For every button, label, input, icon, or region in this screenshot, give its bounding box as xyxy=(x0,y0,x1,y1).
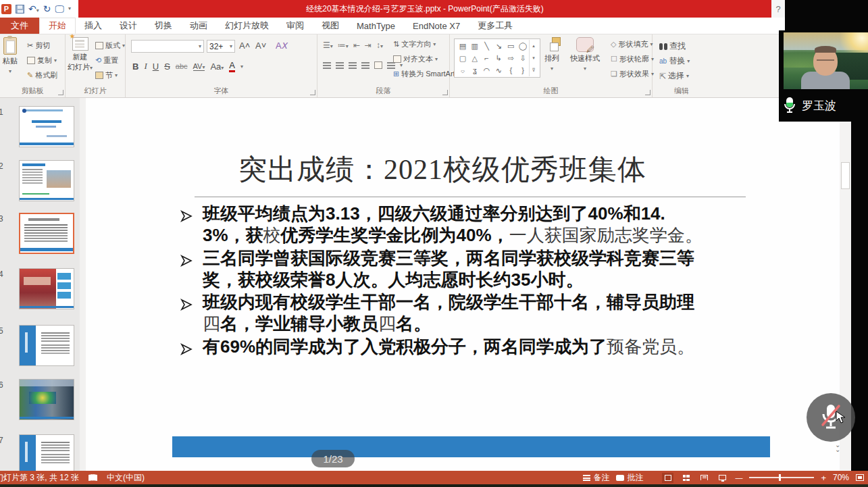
font-name-combo[interactable]: ▾ xyxy=(131,40,204,53)
zoom-slider[interactable] xyxy=(749,477,814,478)
shape-glyph-icon[interactable]: ▢ xyxy=(457,52,469,64)
columns-icon[interactable] xyxy=(374,61,382,69)
tab-EndNote X7[interactable]: EndNote X7 xyxy=(404,18,469,34)
change-case-button[interactable]: Aa▾ xyxy=(210,61,224,72)
slide-title[interactable]: 突出成绩：2021校级优秀班集体 xyxy=(238,151,646,188)
shape-glyph-icon[interactable]: ╲ xyxy=(481,40,493,52)
scrollbar-thumb[interactable] xyxy=(841,162,850,189)
select-button[interactable]: ⇱选择▾ xyxy=(659,70,689,82)
tab-设计[interactable]: 设计 xyxy=(111,18,146,34)
shape-glyph-icon[interactable]: ⇨ xyxy=(505,52,517,64)
shape-glyph-icon[interactable]: ▭ xyxy=(505,40,517,52)
align-text-button[interactable]: 对齐文本▾ xyxy=(393,54,438,64)
font-color-button[interactable]: A xyxy=(229,60,235,72)
shape-glyph-icon[interactable]: △ xyxy=(469,52,481,64)
underline-button[interactable]: U xyxy=(153,61,159,72)
help-button[interactable]: ? xyxy=(771,0,785,18)
section-button[interactable]: 节▾ xyxy=(95,70,118,80)
zoom-slider-handle[interactable] xyxy=(779,474,781,481)
shape-glyph-icon[interactable]: ◠ xyxy=(481,64,493,76)
increase-indent-button[interactable]: ⇥ xyxy=(365,41,372,50)
tab-MathType[interactable]: MathType xyxy=(348,18,404,34)
shapes-scroll[interactable]: ▴▾⊽ xyxy=(529,40,538,76)
customize-qat-dropdown-icon[interactable]: ▾ xyxy=(68,6,71,11)
tab-幻灯片放映[interactable]: 幻灯片放映 xyxy=(216,18,278,34)
arrange-button[interactable]: 排列▾ xyxy=(544,37,559,72)
shape-glyph-icon[interactable]: ⌐ xyxy=(481,52,493,64)
undo-icon[interactable]: ↶▾ xyxy=(28,4,39,14)
shapes-gallery[interactable]: ▤▥╲↘▭◯▢△⌐↳⇨⇩⌔ʓ◠∿{} ▴▾⊽ xyxy=(454,39,540,78)
redo-icon[interactable]: ↻ xyxy=(43,4,51,14)
slide-thumbnail-5[interactable] xyxy=(19,325,74,366)
cut-button[interactable]: ✂剪切 xyxy=(27,41,50,51)
slide-bullet-list[interactable]: 班级平均绩点为3.13，四级六级通过率分别达到了40%和14.3%，获校优秀学生… xyxy=(177,203,703,359)
clipboard-dialog-launcher[interactable] xyxy=(58,90,63,95)
mute-button[interactable] xyxy=(807,393,855,442)
format-painter-button[interactable]: ✎格式刷 xyxy=(27,70,57,80)
spell-check-icon[interactable] xyxy=(88,474,97,481)
slide-thumbnail-6[interactable] xyxy=(19,379,74,420)
clear-formatting-button[interactable]: A𝘟 xyxy=(276,41,287,51)
shape-glyph-icon[interactable]: } xyxy=(517,64,529,76)
line-spacing-button[interactable]: ↕▾ xyxy=(376,41,383,50)
copy-button[interactable]: 复制▾ xyxy=(27,55,57,66)
tab-开始[interactable]: 开始 xyxy=(39,18,76,34)
char-spacing-button[interactable]: AV▾ xyxy=(193,62,205,71)
strikethrough-button[interactable]: S xyxy=(164,61,170,72)
shape-glyph-icon[interactable]: ∿ xyxy=(493,64,505,76)
bold-button[interactable]: B xyxy=(132,61,138,72)
tab-动画[interactable]: 动画 xyxy=(181,18,216,34)
collapse-chevrons-icon[interactable]: ⌄⌄ xyxy=(835,442,840,452)
thumbnail-scrollbar[interactable] xyxy=(80,98,86,471)
slide-thumbnail-2[interactable] xyxy=(19,160,74,201)
grow-font-button[interactable]: A˄ xyxy=(239,41,250,51)
new-slide-button[interactable]: 新建幻灯片▾ xyxy=(68,37,93,72)
italic-button[interactable]: I xyxy=(144,61,147,72)
shape-glyph-icon[interactable]: ▤ xyxy=(457,40,469,52)
tab-切换[interactable]: 切换 xyxy=(146,18,181,34)
tab-文件[interactable]: 文件 xyxy=(0,18,39,34)
reading-view-button[interactable] xyxy=(698,473,710,483)
shape-glyph-icon[interactable]: ʓ xyxy=(469,64,481,76)
zoom-in-button[interactable]: + xyxy=(821,473,826,483)
slide-thumbnail-3[interactable] xyxy=(19,213,74,254)
shrink-font-button[interactable]: A˅ xyxy=(255,41,266,51)
align-left-icon[interactable] xyxy=(323,62,331,69)
shape-glyph-icon[interactable]: ⌔ xyxy=(457,64,469,76)
font-size-combo[interactable]: 32+▾ xyxy=(207,40,235,53)
shape-glyph-icon[interactable]: ▥ xyxy=(469,40,481,52)
language-label[interactable]: 中文(中国) xyxy=(107,472,145,484)
tab-更多工具[interactable]: 更多工具 xyxy=(469,18,521,34)
slide-thumbnail-1[interactable] xyxy=(19,106,74,147)
slide-thumbnail-4[interactable] xyxy=(19,268,74,309)
shape-effects-button[interactable]: ❏形状效果▾ xyxy=(611,69,654,79)
numbering-button[interactable]: ≔▾ xyxy=(338,41,349,50)
shape-glyph-icon[interactable]: ⇩ xyxy=(517,52,529,64)
font-dialog-launcher[interactable] xyxy=(310,90,315,95)
slideshow-icon[interactable]: 🖵 xyxy=(55,4,64,14)
fit-to-window-icon[interactable] xyxy=(856,474,864,481)
drawing-dialog-launcher[interactable] xyxy=(645,90,650,95)
shadow-button[interactable]: abc xyxy=(176,62,188,70)
justify-icon[interactable] xyxy=(361,62,369,69)
save-icon[interactable] xyxy=(16,5,24,14)
shape-glyph-icon[interactable]: { xyxy=(505,64,517,76)
shape-outline-button[interactable]: ☐形状轮廓▾ xyxy=(611,54,654,64)
text-direction-button[interactable]: ⇅文字方向▾ xyxy=(393,39,436,49)
slideshow-view-button[interactable] xyxy=(717,473,728,483)
slide-sorter-view-button[interactable] xyxy=(680,473,692,483)
shape-fill-button[interactable]: ◇形状填充▾ xyxy=(611,39,653,49)
align-right-icon[interactable] xyxy=(349,62,357,69)
align-center-icon[interactable] xyxy=(336,62,344,69)
decrease-indent-button[interactable]: ⇤ xyxy=(353,41,360,50)
zoom-percentage[interactable]: 70% xyxy=(833,473,849,482)
bullets-button[interactable]: ☰▾ xyxy=(323,41,333,50)
tab-插入[interactable]: 插入 xyxy=(76,18,111,34)
paragraph-dialog-launcher[interactable] xyxy=(442,90,448,95)
comments-button[interactable]: 批注 xyxy=(616,472,643,484)
tab-审阅[interactable]: 审阅 xyxy=(278,18,313,34)
zoom-out-button[interactable]: — xyxy=(735,473,742,482)
paste-button[interactable]: 粘贴▾ xyxy=(3,37,18,74)
normal-view-button[interactable] xyxy=(662,473,673,483)
notes-button[interactable]: 备注 xyxy=(583,472,609,484)
